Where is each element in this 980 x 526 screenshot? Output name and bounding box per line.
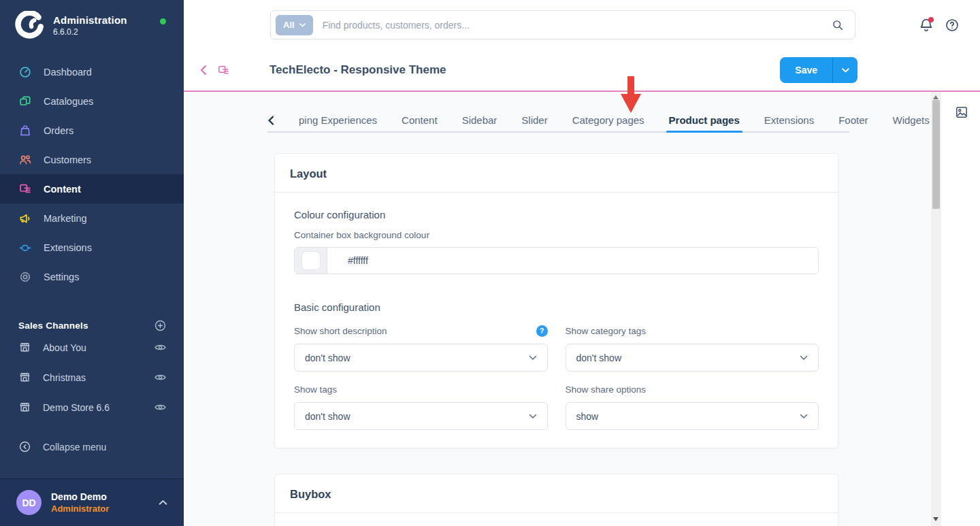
annotation-arrow: [621, 76, 641, 113]
catalogues-icon: [18, 95, 32, 108]
sidebar-item-marketing[interactable]: Marketing: [0, 203, 184, 233]
eye-icon[interactable]: [154, 401, 167, 414]
chevron-left-icon: [267, 116, 274, 125]
sidebar-item-customers[interactable]: Customers: [0, 145, 184, 174]
tabs-bar: ping Experiences Content Sidebar Slider …: [267, 109, 849, 133]
help-tooltip-icon[interactable]: ?: [536, 325, 548, 337]
chevron-down-icon: [529, 355, 537, 361]
tab-product-pages[interactable]: Product pages: [669, 109, 740, 131]
label-row: Show share options: [566, 382, 819, 396]
sidebar-item-label: Extensions: [44, 242, 92, 253]
channel-label: About You: [43, 342, 154, 353]
show-short-description-label: Show short description: [294, 326, 387, 336]
save-options-button[interactable]: [832, 57, 858, 83]
tab-extensions[interactable]: Extensions: [764, 109, 814, 131]
search-scope-label: All: [283, 20, 295, 30]
tabs-scroll-left-button[interactable]: [267, 109, 274, 131]
sidebar: Administration 6.6.0.2 Dashboard Catalog…: [0, 0, 184, 526]
save-split-button: Save: [780, 57, 858, 83]
status-dot: [160, 18, 166, 24]
collapse-menu-label: Collapse menu: [43, 442, 106, 453]
show-share-options-select[interactable]: show: [566, 402, 819, 430]
help-icon[interactable]: [945, 18, 960, 33]
chevron-left-circle-icon: [18, 440, 31, 453]
sidebar-item-label: Dashboard: [44, 67, 92, 78]
vertical-scrollbar[interactable]: [931, 92, 941, 526]
tab-footer[interactable]: Footer: [838, 109, 868, 131]
topbar-icons: [918, 17, 960, 33]
tab-content[interactable]: Content: [402, 109, 438, 131]
app-title: Administration: [53, 14, 127, 26]
show-tags-select[interactable]: don't show: [294, 402, 548, 430]
sidebar-item-label: Marketing: [44, 213, 87, 224]
right-rail: [941, 92, 980, 526]
sidebar-item-catalogues[interactable]: Catalogues: [0, 86, 184, 116]
tab-sidebar[interactable]: Sidebar: [462, 109, 497, 131]
select-value: don't show: [576, 352, 622, 363]
show-category-tags-select[interactable]: don't show: [566, 344, 819, 372]
show-share-options-label: Show share options: [566, 384, 647, 395]
chevron-down-icon: [842, 68, 849, 73]
sidebar-item-settings[interactable]: Settings: [0, 262, 184, 291]
scrollbar-down-arrow[interactable]: [933, 517, 938, 521]
label-row: Show tags: [294, 382, 548, 396]
show-short-description-select[interactable]: don't show: [294, 344, 548, 372]
show-tags-label: Show tags: [294, 384, 337, 395]
eye-icon[interactable]: [154, 371, 167, 384]
sidebar-channel-christmas[interactable]: Christmas: [0, 363, 184, 392]
select-value: don't show: [305, 352, 350, 363]
search-icon[interactable]: [832, 19, 844, 31]
show-category-tags-label: Show category tags: [566, 326, 647, 336]
colour-value-input[interactable]: [327, 248, 818, 274]
gear-icon: [18, 270, 32, 284]
tab-slider[interactable]: Slider: [521, 109, 547, 131]
user-menu[interactable]: DD Demo Demo Administrator: [0, 478, 184, 526]
main-area: All: [184, 0, 980, 526]
save-button[interactable]: Save: [780, 57, 832, 83]
back-chevron-icon[interactable]: [199, 65, 208, 76]
scrollbar-up-arrow[interactable]: [933, 95, 938, 99]
notifications-button[interactable]: [918, 17, 934, 33]
field-show-tags: Show tags don't show: [294, 372, 548, 430]
search-input[interactable]: [323, 20, 832, 31]
sidebar-item-label: Orders: [44, 125, 74, 136]
select-value: don't show: [305, 411, 350, 422]
sidebar-channel-demo-store[interactable]: Demo Store 6.6: [0, 393, 184, 422]
sidebar-item-dashboard[interactable]: Dashboard: [0, 57, 184, 86]
tab-shopping-experiences[interactable]: ping Experiences: [299, 109, 377, 131]
sidebar-channel-about-you[interactable]: About You: [0, 333, 184, 362]
sidebar-header: Administration 6.6.0.2: [0, 0, 184, 49]
add-channel-icon[interactable]: [154, 319, 167, 332]
megaphone-icon: [18, 212, 32, 225]
shopping-bag-icon: [18, 124, 32, 137]
storefront-icon: [18, 341, 31, 354]
search-scope-button[interactable]: All: [276, 15, 313, 35]
page-header: TechElecto - Responsive Theme Save: [184, 50, 980, 92]
user-name: Demo Demo: [51, 491, 159, 502]
sidebar-item-orders[interactable]: Orders: [0, 116, 184, 145]
theme-content-icon[interactable]: [217, 64, 230, 77]
eye-icon[interactable]: [154, 341, 167, 354]
storefront-icon: [18, 371, 31, 384]
container-box-colour-label: Container box background colour: [294, 230, 819, 240]
layout-card-header: Layout: [275, 154, 838, 193]
scrollbar-thumb[interactable]: [932, 100, 940, 209]
app-title-block: Administration 6.6.0.2: [53, 14, 127, 37]
sidebar-item-content[interactable]: Content: [0, 174, 184, 203]
colour-swatch: [302, 252, 320, 269]
sidebar-item-label: Content: [44, 184, 81, 195]
gauge-icon: [18, 65, 32, 79]
basic-configuration-title: Basic configuration: [294, 301, 819, 313]
sales-channels-header: Sales Channels: [0, 319, 184, 332]
topbar: All: [184, 0, 980, 50]
page-title: TechElecto - Responsive Theme: [270, 63, 446, 77]
layout-card-body: Colour configuration Container box backg…: [275, 193, 838, 448]
sidebar-item-extensions[interactable]: Extensions: [0, 233, 184, 262]
tab-widgets[interactable]: Widgets: [893, 109, 930, 131]
sales-channels-title: Sales Channels: [18, 320, 88, 331]
image-manager-icon[interactable]: [955, 105, 968, 119]
label-row: Show short description ?: [294, 324, 548, 338]
config-row-1: Show short description ? don't show: [294, 313, 819, 372]
colour-swatch-button[interactable]: [295, 248, 327, 274]
collapse-menu-button[interactable]: Collapse menu: [0, 432, 184, 461]
